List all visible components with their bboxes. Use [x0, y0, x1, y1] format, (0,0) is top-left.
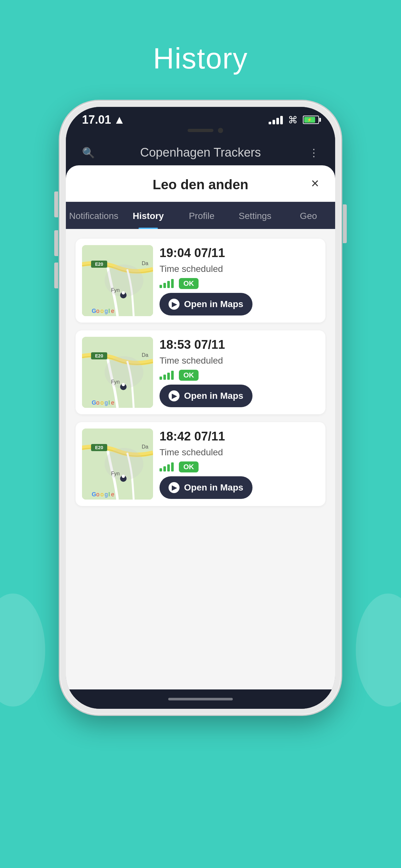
search-icon[interactable]: 🔍 [82, 147, 95, 159]
app-header-title: Copenhagen Trackers [140, 146, 261, 159]
battery-fill: ⚡ [304, 117, 315, 123]
card-datetime-1: 19:04 07/11 [159, 246, 319, 260]
sg-bar-1 [159, 376, 162, 380]
svg-text:o: o [96, 399, 99, 406]
svg-text:g: g [104, 399, 108, 406]
signal-green-3 [159, 462, 174, 471]
sg-bar-2 [163, 283, 166, 288]
sg-bar-3 [167, 464, 170, 471]
front-camera [218, 128, 223, 133]
svg-text:e: e [111, 491, 114, 498]
svg-point-8 [122, 291, 125, 294]
svg-text:Da: Da [142, 444, 149, 450]
modal-title: Leo den anden [153, 177, 248, 192]
signal-bar-2 [273, 120, 275, 124]
tab-settings[interactable]: Settings [228, 202, 281, 229]
status-icons: ⌘ ⚡ [269, 114, 319, 126]
card-status-row-2: OK [159, 370, 319, 381]
navigation-icon-2: ▶ [172, 392, 177, 400]
svg-text:l: l [109, 308, 110, 314]
svg-point-22 [122, 383, 125, 386]
open-maps-button-2[interactable]: ▶ Open in Maps [159, 384, 252, 407]
svg-text:o: o [96, 308, 99, 314]
map-thumbnail-2[interactable]: E20 Da Fyn G o o g l e [82, 337, 153, 408]
signal-green-1 [159, 279, 174, 288]
card-info-1: 19:04 07/11 Time scheduled OK [159, 246, 319, 315]
phone-frame: 17.01 ▲ ⌘ ⚡ [60, 101, 341, 715]
tabs-bar: Notifications History Profile Settings G… [66, 202, 335, 229]
open-maps-button-3[interactable]: ▶ Open in Maps [159, 476, 252, 499]
tab-history[interactable]: History [122, 202, 175, 229]
card-type-1: Time scheduled [159, 264, 319, 274]
home-bar [168, 698, 233, 701]
close-button[interactable]: × [311, 176, 319, 191]
card-datetime-3: 18:42 07/11 [159, 430, 319, 443]
ok-badge-2: OK [179, 370, 198, 381]
svg-text:G: G [92, 399, 96, 406]
content-area: Leo den anden × Notifications History Pr… [66, 165, 335, 689]
tab-geo[interactable]: Geo [282, 202, 335, 229]
sg-bar-2 [163, 375, 166, 380]
svg-text:Fyn: Fyn [111, 471, 120, 476]
card-info-3: 18:42 07/11 Time scheduled OK [159, 430, 319, 499]
battery-icon: ⚡ [303, 116, 319, 124]
location-icon: ▲ [114, 113, 125, 127]
svg-text:o: o [96, 491, 99, 498]
card-info-2: 18:53 07/11 Time scheduled OK [159, 338, 319, 407]
history-card-1: E20 Da Fyn G o o g [75, 239, 326, 322]
page-title: History [153, 42, 248, 75]
open-maps-button-1[interactable]: ▶ Open in Maps [159, 293, 252, 315]
signal-bar-4 [280, 116, 283, 124]
sg-bar-4 [171, 462, 174, 471]
maps-icon-2: ▶ [168, 391, 180, 401]
notch [168, 126, 233, 136]
time-text: 17.01 [82, 113, 111, 127]
sg-bar-3 [167, 281, 170, 288]
tab-profile[interactable]: Profile [175, 202, 228, 229]
status-time: 17.01 ▲ [82, 113, 125, 127]
svg-text:o: o [100, 308, 104, 314]
app-header: 🔍 Copenhagen Trackers ⋮ [66, 139, 335, 165]
modal-header: Leo den anden × [66, 165, 335, 202]
sg-bar-1 [159, 285, 162, 288]
history-card-3: E20 Da Fyn G o o g l e [75, 422, 326, 506]
svg-text:Fyn: Fyn [111, 287, 120, 293]
svg-text:g: g [104, 308, 108, 314]
maps-icon-1: ▶ [168, 299, 180, 310]
svg-text:Fyn: Fyn [111, 379, 120, 384]
map-svg-3: E20 Da Fyn G o o g l e [82, 429, 153, 500]
tab-notifications[interactable]: Notifications [66, 202, 122, 229]
ok-badge-1: OK [179, 278, 198, 289]
sg-bar-3 [167, 373, 170, 380]
history-card-2: E20 Da Fyn G o o g l e [75, 330, 326, 414]
card-type-2: Time scheduled [159, 355, 319, 366]
svg-text:E20: E20 [95, 353, 103, 359]
navigation-icon-3: ▶ [172, 484, 177, 492]
signal-green-2 [159, 371, 174, 380]
svg-text:E20: E20 [95, 261, 103, 267]
notch-area [66, 133, 335, 139]
map-svg-1: E20 Da Fyn G o o g [82, 245, 153, 316]
signal-bar-3 [276, 118, 279, 124]
svg-text:l: l [109, 491, 110, 498]
map-thumbnail-1[interactable]: E20 Da Fyn G o o g [82, 245, 153, 316]
sg-bar-4 [171, 279, 174, 288]
speaker [188, 129, 213, 132]
phone-screen: 17.01 ▲ ⌘ ⚡ [66, 107, 335, 709]
svg-text:g: g [104, 491, 108, 498]
svg-text:G: G [92, 491, 96, 498]
svg-text:e: e [111, 399, 114, 406]
bg-blob-left [0, 593, 45, 707]
map-thumbnail-3[interactable]: E20 Da Fyn G o o g l e [82, 429, 153, 500]
card-status-row-3: OK [159, 461, 319, 472]
map-svg-2: E20 Da Fyn G o o g l e [82, 337, 153, 408]
bg-blob-right [356, 593, 401, 707]
navigation-icon-1: ▶ [172, 300, 177, 308]
svg-text:Da: Da [142, 352, 149, 358]
maps-icon-3: ▶ [168, 482, 180, 493]
card-datetime-2: 18:53 07/11 [159, 338, 319, 352]
menu-icon[interactable]: ⋮ [309, 147, 319, 159]
card-status-row-1: OK [159, 278, 319, 289]
card-type-3: Time scheduled [159, 447, 319, 458]
signal-bars-icon [269, 115, 283, 124]
